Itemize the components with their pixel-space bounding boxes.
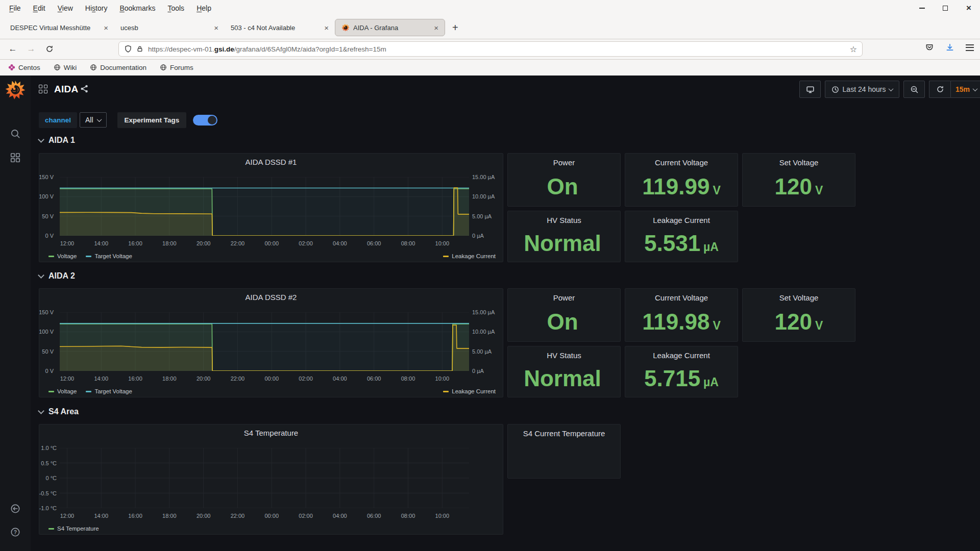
help-icon[interactable]: ? (0, 527, 31, 538)
menu-edit[interactable]: Edit (27, 2, 52, 14)
dashboard-icon[interactable] (39, 85, 47, 93)
globe-icon (160, 64, 167, 71)
legend-item[interactable]: Target Voltage (86, 388, 132, 394)
stat-value: 5.531µA (644, 232, 719, 255)
tabs: DESPEC Virtual Messhütte×ucesb×503 - c4 … (4, 19, 445, 36)
url-input[interactable]: https://despec-vm-01.gsi.de/grafana/d/6S… (118, 41, 863, 57)
pocket-icon[interactable] (925, 43, 934, 52)
panel-title[interactable]: AIDA DSSD #2 (39, 293, 503, 302)
grafana-favicon (341, 23, 350, 32)
legend-item[interactable]: Voltage (48, 253, 77, 259)
time-range-picker[interactable]: Last 24 hours (825, 81, 899, 98)
refresh-interval-dropdown[interactable]: 15m (950, 81, 980, 98)
bookmark-documentation[interactable]: Documentation (90, 64, 146, 71)
menu-items: FileEditViewHistoryBookmarksToolsHelp (3, 2, 217, 14)
tab-close-icon[interactable]: × (212, 23, 220, 32)
x-tick-label: 06:00 (367, 375, 381, 382)
panel-title[interactable]: S4 Temperature (39, 429, 503, 437)
variable-channel-label[interactable]: channel (39, 112, 77, 128)
bookmark-centos[interactable]: Centos (8, 64, 40, 71)
y-tick-label: 100 V (39, 193, 54, 199)
tab-1[interactable]: DESPEC Virtual Messhütte× (4, 19, 114, 36)
share-icon[interactable] (80, 84, 89, 95)
tab-4[interactable]: AIDA - Grafana× (335, 19, 445, 36)
menu-tools[interactable]: Tools (161, 2, 190, 14)
y-tick-label: -0.5 °C (39, 490, 57, 496)
panel-title[interactable]: AIDA DSSD #1 (39, 158, 503, 166)
panel-hv-status-1[interactable]: HV Status Normal (507, 211, 621, 262)
y-tick-label: 0 µA (472, 368, 484, 374)
panel-s4-current-temperature[interactable]: S4 Current Temperature (507, 424, 621, 479)
zoom-out-button[interactable] (903, 81, 925, 98)
lock-icon[interactable] (136, 45, 144, 53)
panel-set-voltage-2[interactable]: Set Voltage 120V (742, 288, 855, 342)
legend-item[interactable]: Leakage Current (443, 388, 496, 394)
search-icon[interactable] (0, 128, 31, 139)
bookmark-wiki[interactable]: Wiki (54, 64, 77, 71)
row-header-aida-2[interactable]: AIDA 2 (39, 271, 75, 281)
legend-item[interactable]: S4 Temperature (48, 525, 99, 532)
menu-help[interactable]: Help (190, 2, 217, 14)
forward-button[interactable]: → (24, 42, 38, 56)
panel-set-voltage-1[interactable]: Set Voltage 120V (742, 153, 855, 207)
x-tick-label: 02:00 (299, 375, 313, 382)
row-header-aida-1[interactable]: AIDA 1 (39, 136, 75, 145)
legend-item[interactable]: Leakage Current (443, 253, 496, 259)
panel-leakage-current-1[interactable]: Leakage Current 5.531µA (625, 211, 738, 262)
y-tick-label: 1.0 °C (41, 445, 57, 451)
tab-3[interactable]: 503 - c4 Not Available× (225, 19, 335, 36)
legend-color-dash (86, 391, 91, 392)
variable-channel-value[interactable]: All (80, 112, 107, 128)
legend-item[interactable]: Target Voltage (86, 253, 132, 259)
panel-hv-status-2[interactable]: HV Status Normal (507, 346, 621, 397)
bookmark-forums[interactable]: Forums (160, 64, 193, 71)
chart-legend: VoltageTarget VoltageLeakage Current (48, 388, 496, 394)
menu-view[interactable]: View (52, 2, 79, 14)
tab-title: ucesb (120, 24, 209, 32)
refresh-button[interactable] (929, 81, 950, 98)
hamburger-menu-icon[interactable] (966, 44, 974, 51)
panel-current-voltage-1[interactable]: Current Voltage 119.99V (625, 153, 738, 207)
stat-value: 119.98V (642, 311, 721, 333)
tab-2[interactable]: ucesb× (114, 19, 225, 36)
new-tab-button[interactable]: + (445, 22, 465, 34)
bookmark-star-icon[interactable]: ☆ (850, 44, 857, 54)
panel-current-voltage-2[interactable]: Current Voltage 119.98V (625, 288, 738, 342)
dashboards-grid-icon[interactable] (0, 152, 31, 163)
grafana-logo[interactable] (0, 80, 31, 100)
panel-aida-dssd-2: AIDA DSSD #2 150 V100 V50 V0 V 15.00 µA1… (39, 288, 503, 397)
close-button[interactable]: × (965, 4, 973, 12)
chart-plot[interactable] (60, 312, 469, 371)
stat-title: Leakage Current (625, 351, 738, 360)
minimize-button[interactable] (918, 4, 926, 12)
tab-close-icon[interactable]: × (322, 23, 331, 32)
window-controls: × (918, 0, 973, 16)
tab-title: 503 - c4 Not Available (231, 24, 319, 32)
row-header-s4-area[interactable]: S4 Area (39, 407, 79, 416)
panel-leakage-current-2[interactable]: Leakage Current 5.715µA (625, 346, 738, 397)
tab-close-icon[interactable]: × (432, 23, 440, 32)
experiment-tags-toggle[interactable] (193, 115, 217, 126)
y-tick-label: -1.0 °C (39, 505, 57, 511)
maximize-button[interactable] (941, 4, 949, 12)
browser-window: FileEditViewHistoryBookmarksToolsHelp × … (0, 0, 980, 76)
panel-power-2[interactable]: Power On (507, 288, 621, 342)
download-icon[interactable] (945, 43, 954, 52)
menu-bookmarks[interactable]: Bookmarks (113, 2, 161, 14)
menu-history[interactable]: History (79, 2, 114, 14)
y-tick-label: 10.00 µA (472, 329, 495, 335)
tab-close-icon[interactable]: × (102, 23, 110, 32)
menu-file[interactable]: File (3, 2, 27, 14)
chart-plot[interactable] (60, 448, 469, 508)
panel-power-1[interactable]: Power On (507, 153, 621, 207)
stat-title: HV Status (508, 216, 620, 224)
reload-button[interactable] (43, 42, 56, 56)
kiosk-mode-button[interactable] (799, 81, 821, 98)
y-tick-label: 0 µA (472, 233, 484, 239)
back-button[interactable]: ← (6, 42, 19, 56)
chart-plot[interactable] (60, 177, 469, 236)
x-tick-label: 04:00 (333, 513, 347, 519)
shield-icon[interactable] (124, 45, 132, 53)
legend-item[interactable]: Voltage (48, 388, 77, 394)
sign-out-icon[interactable] (0, 503, 31, 514)
